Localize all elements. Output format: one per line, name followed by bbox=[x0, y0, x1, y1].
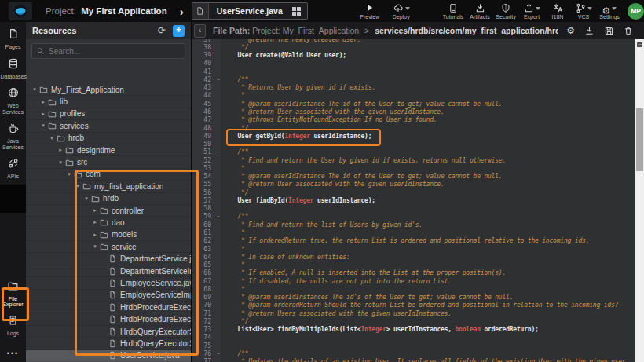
code-line-46[interactable]: 46 * @return User associated with the gi… bbox=[192, 108, 635, 115]
code-line-45[interactable]: 45 * @param userIdInstance The id of the… bbox=[192, 100, 635, 108]
expand-arrow-icon[interactable]: ▸ bbox=[91, 207, 99, 214]
code-line-64[interactable]: 64 * In case of unknown entities: bbox=[192, 253, 635, 261]
code-line-63[interactable]: 63 * bbox=[192, 245, 635, 253]
code-line-50[interactable]: 50 bbox=[192, 140, 635, 148]
code-line-49[interactable]: 49 User getById(Integer userIdInstance); bbox=[192, 132, 635, 140]
editor-scrollbar[interactable] bbox=[635, 39, 644, 362]
expand-arrow-icon[interactable]: ▸ bbox=[57, 147, 64, 153]
collapse-arrow-icon[interactable]: ▾ bbox=[48, 135, 56, 141]
expand-arrow-icon[interactable]: ▸ bbox=[39, 111, 47, 117]
expand-arrow-icon[interactable]: ▸ bbox=[91, 219, 99, 225]
tree-item-employeeservice-java[interactable]: EmployeeService.java bbox=[26, 277, 191, 289]
code-line-55[interactable]: 55 * @return User associated with the gi… bbox=[192, 181, 635, 188]
tree-item-dao[interactable]: ▸dao bbox=[26, 217, 191, 229]
code-line-75[interactable]: 75 bbox=[192, 342, 635, 349]
toolbar-button-vcs[interactable]: VCS bbox=[573, 3, 594, 20]
tree-item-hrdbqueryexecutorservice[interactable]: HrdbQueryExecutorService bbox=[26, 326, 191, 338]
project-breadcrumb[interactable]: Project: My First Application bbox=[46, 6, 167, 16]
sidebar-item-logs[interactable]: Logs bbox=[0, 315, 26, 337]
tree-item-profiles[interactable]: ▸profiles bbox=[26, 108, 191, 120]
toolbar-button-preview[interactable]: Preview bbox=[360, 3, 380, 20]
collapse-arrow-icon[interactable]: ▾ bbox=[91, 243, 99, 250]
sidebar-item-pages[interactable]: Pages bbox=[0, 28, 26, 50]
code-line-76[interactable]: 76- /** bbox=[192, 349, 635, 357]
code-line-53[interactable]: 53 * bbox=[192, 164, 635, 172]
code-lines[interactable]: 37 * @return The newly created User.38 *… bbox=[192, 39, 635, 362]
code-line-66[interactable]: 66 * If enabled, A null is inserted into… bbox=[192, 269, 635, 277]
code-line-74[interactable]: 74 bbox=[192, 334, 635, 342]
tree-item-services[interactable]: ▾services bbox=[26, 120, 191, 132]
tree-item-userservice-java[interactable]: UserService.java bbox=[26, 350, 191, 362]
download-icon[interactable] bbox=[584, 26, 595, 36]
tree-item-employeeserviceimpl-java[interactable]: EmployeeServiceImpl.java bbox=[26, 290, 191, 302]
tree-item-lib[interactable]: ▸lib bbox=[26, 96, 191, 108]
fold-marker-icon[interactable]: - bbox=[214, 76, 223, 83]
code-line-44[interactable]: 44 * bbox=[192, 92, 635, 100]
collapse-arrow-icon[interactable]: ▾ bbox=[39, 122, 47, 129]
toolbar-button-tutorials[interactable]: Tutorials bbox=[443, 3, 464, 20]
save-icon[interactable] bbox=[604, 26, 614, 36]
code-line-77[interactable]: 77 * Updates the details of an existing … bbox=[192, 358, 635, 362]
code-line-38[interactable]: 38 */ bbox=[192, 43, 635, 51]
code-line-51[interactable]: 51- /** bbox=[192, 148, 635, 156]
code-line-41[interactable]: 41 bbox=[192, 68, 635, 75]
fold-marker-icon[interactable]: - bbox=[214, 213, 223, 220]
code-line-67[interactable]: 67 * If disabled, the nulls are not put … bbox=[192, 277, 635, 285]
refresh-icon[interactable]: ⟳ bbox=[158, 26, 166, 35]
code-line-72[interactable]: 72 */ bbox=[192, 317, 635, 325]
code-line-56[interactable]: 56 */ bbox=[192, 188, 635, 196]
code-line-52[interactable]: 52 * Find and return the User by given i… bbox=[192, 156, 635, 164]
tree-item-my-first-application[interactable]: ▾My_First_Application bbox=[26, 84, 191, 96]
collapse-arrow-icon[interactable]: ▾ bbox=[31, 86, 38, 93]
code-line-62[interactable]: 62 * If orderedReturn true, the return L… bbox=[192, 237, 635, 245]
search-box[interactable] bbox=[31, 43, 185, 59]
code-line-60[interactable]: 60 * Find and return the list of Users b… bbox=[192, 221, 635, 229]
tree-item-hrdb[interactable]: ▾hrdb bbox=[26, 133, 191, 144]
toolbar-button-export[interactable]: Export bbox=[521, 3, 542, 20]
tree-item-com[interactable]: ▾com bbox=[26, 169, 191, 181]
code-line-39[interactable]: 39 User create(@Valid User user); bbox=[192, 52, 635, 60]
code-line-69[interactable]: 69 * @param userIdInstances The id's of … bbox=[192, 294, 635, 302]
tree-item-hrdbqueryexecutorservice[interactable]: HrdbQueryExecutorService bbox=[26, 338, 191, 349]
collapse-arrow-icon[interactable]: ▾ bbox=[74, 183, 82, 189]
user-avatar[interactable]: MP bbox=[628, 3, 644, 20]
collapse-arrow-icon[interactable]: ▾ bbox=[57, 159, 64, 166]
code-line-59[interactable]: 59- /** bbox=[192, 213, 635, 221]
tree-item-hrdbprocedureexecutorse[interactable]: HrdbProcedureExecutorSe bbox=[26, 302, 191, 313]
settings-gear-icon[interactable]: ⚙ bbox=[566, 26, 575, 36]
search-input[interactable] bbox=[47, 46, 180, 57]
collapse-arrow-icon[interactable]: ▾ bbox=[82, 196, 90, 202]
expand-arrow-icon[interactable]: ▸ bbox=[91, 232, 99, 238]
sidebar-item-file-explorer[interactable]: File Explorer bbox=[0, 280, 26, 308]
scrollbar-thumb[interactable] bbox=[636, 108, 643, 171]
code-editor[interactable]: 37 * @return The newly created User.38 *… bbox=[192, 39, 644, 362]
code-line-47[interactable]: 47 * @throws EntityNotFoundException If … bbox=[192, 116, 635, 124]
tree-item-designtime[interactable]: ▸designtime bbox=[26, 144, 191, 156]
code-line-40[interactable]: 40 bbox=[192, 60, 635, 68]
code-line-54[interactable]: 54 * @param userIdInstance The id of the… bbox=[192, 173, 635, 181]
wavemaker-logo-icon[interactable] bbox=[9, 2, 32, 20]
sidebar-more-button[interactable]: ••• bbox=[7, 349, 19, 357]
tree-item-my-first-application[interactable]: ▾my_first_application bbox=[26, 181, 191, 192]
tree-item-departmentserviceimpl-java[interactable]: DepartmentServiceImpl.java bbox=[26, 265, 191, 277]
collapse-arrow-icon[interactable]: ▾ bbox=[65, 171, 73, 177]
toolbar-button-settings[interactable]: ⚙Settings bbox=[599, 3, 620, 20]
toolbar-button-artifacts[interactable]: Artifacts bbox=[470, 3, 490, 20]
tree-item-controller[interactable]: ▸controller bbox=[26, 205, 191, 217]
code-line-43[interactable]: 43 * Returns User by given id if exists. bbox=[192, 84, 635, 92]
fold-marker-icon[interactable]: - bbox=[214, 148, 223, 155]
sidebar-item-web-services[interactable]: Web Services bbox=[0, 87, 26, 115]
tree-item-models[interactable]: ▸models bbox=[26, 229, 191, 241]
tree-item-service[interactable]: ▾service bbox=[26, 241, 191, 253]
code-line-58[interactable]: 58 bbox=[192, 205, 635, 213]
toolbar-button-deploy[interactable]: Deploy bbox=[391, 3, 412, 20]
grid-view-icon[interactable] bbox=[292, 7, 301, 16]
add-resource-button[interactable]: + bbox=[173, 25, 185, 37]
code-line-71[interactable]: 71 * @return Users associated with the g… bbox=[192, 309, 635, 317]
code-line-57[interactable]: 57 User findById(Integer userIdInstance)… bbox=[192, 196, 635, 204]
open-file-tab[interactable]: UserService.java bbox=[192, 2, 308, 20]
tree-item-departmentservice-java[interactable]: DepartmentService.java bbox=[26, 253, 191, 265]
collapse-panel-icon[interactable]: ‹ bbox=[194, 24, 206, 38]
code-line-70[interactable]: 70 * @param orderedReturn Should the ret… bbox=[192, 302, 635, 309]
code-line-48[interactable]: 48 */ bbox=[192, 124, 635, 132]
